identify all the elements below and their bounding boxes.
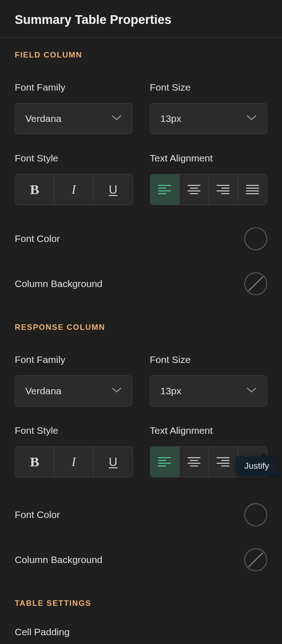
button-field-align-center[interactable] (180, 174, 209, 205)
label-field-column-bg: Column Background (15, 278, 102, 289)
swatch-field-column-bg[interactable] (244, 272, 267, 295)
chevron-down-icon (112, 387, 122, 395)
label-field-font-style: Font Style (15, 153, 132, 164)
label-field-font-size: Font Size (150, 82, 267, 93)
bold-icon: B (30, 454, 39, 470)
label-response-font-style: Font Style (15, 425, 132, 436)
select-response-font-size[interactable]: 13px (150, 375, 267, 407)
group-field-font-style: B I U (15, 174, 133, 205)
align-center-icon (187, 456, 201, 467)
align-left-icon (158, 184, 171, 195)
select-value: 13px (160, 385, 182, 397)
label-field-font-color: Font Color (15, 233, 60, 244)
swatch-field-font-color[interactable] (244, 227, 267, 250)
label-field-text-alignment: Text Alignment (150, 153, 267, 164)
tooltip-justify: Justify (236, 456, 277, 476)
label-response-font-size: Font Size (150, 354, 267, 365)
swatch-response-column-bg[interactable] (244, 548, 267, 571)
underline-icon: U (109, 183, 118, 197)
select-value: 13px (160, 113, 182, 124)
button-response-italic[interactable]: I (54, 447, 94, 477)
align-right-icon (216, 184, 230, 195)
label-response-column-bg: Column Background (15, 554, 102, 565)
group-response-font-style: B I U (15, 446, 133, 477)
chevron-down-icon (112, 115, 122, 123)
panel-header: Summary Table Properties (0, 0, 282, 38)
select-response-font-family[interactable]: Verdana (15, 375, 132, 407)
chevron-down-icon (247, 387, 257, 395)
properties-panel: Summary Table Properties FIELD COLUMN Fo… (0, 0, 282, 644)
section-title-response: RESPONSE COLUMN (15, 323, 267, 332)
label-response-text-alignment: Text Alignment (150, 425, 267, 436)
button-field-align-left[interactable] (150, 174, 180, 205)
underline-icon: U (109, 455, 118, 469)
section-title-field: FIELD COLUMN (15, 51, 267, 60)
panel-body: FIELD COLUMN Font Family Verdana Font Si… (0, 38, 282, 644)
button-field-align-justify[interactable] (238, 174, 267, 205)
tooltip-text: Justify (244, 461, 269, 471)
italic-icon: I (71, 454, 76, 469)
button-field-bold[interactable]: B (15, 174, 54, 205)
bold-icon: B (30, 182, 39, 197)
group-field-text-alignment (150, 174, 267, 205)
select-field-font-size[interactable]: 13px (150, 103, 267, 134)
label-response-font-color: Font Color (15, 509, 60, 520)
button-field-align-right[interactable] (209, 174, 238, 205)
section-title-table: TABLE SETTINGS (15, 599, 267, 608)
button-field-underline[interactable]: U (94, 174, 133, 205)
label-cell-padding: Cell Padding (15, 627, 267, 638)
button-response-underline[interactable]: U (94, 447, 133, 477)
align-center-icon (187, 184, 201, 195)
button-response-bold[interactable]: B (15, 447, 54, 477)
select-value: Verdana (25, 385, 61, 397)
align-justify-icon (246, 184, 259, 195)
button-response-align-right[interactable] (209, 447, 238, 477)
label-response-font-family: Font Family (15, 354, 132, 365)
align-right-icon (216, 456, 230, 467)
italic-icon: I (71, 182, 76, 197)
button-response-align-left[interactable] (150, 447, 180, 477)
label-field-font-family: Font Family (15, 82, 132, 93)
select-field-font-family[interactable]: Verdana (15, 103, 132, 134)
align-left-icon (158, 456, 171, 467)
chevron-down-icon (247, 115, 257, 123)
button-field-italic[interactable]: I (54, 174, 94, 205)
select-value: Verdana (25, 113, 61, 124)
panel-title: Summary Table Properties (15, 13, 267, 27)
button-response-align-center[interactable] (180, 447, 209, 477)
swatch-response-font-color[interactable] (244, 503, 267, 526)
